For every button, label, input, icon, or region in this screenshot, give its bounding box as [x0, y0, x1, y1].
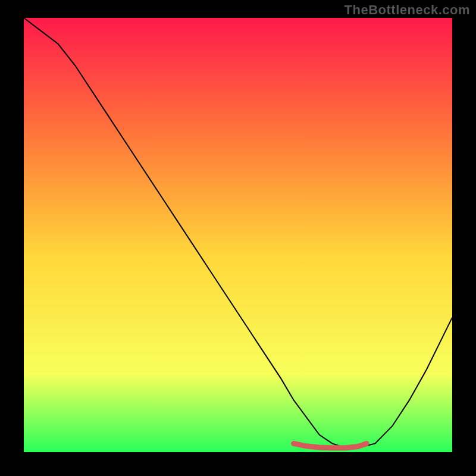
chart-frame: TheBottleneck.com: [0, 0, 476, 476]
plot-svg: [24, 18, 452, 452]
watermark-text: TheBottleneck.com: [345, 2, 470, 18]
gradient-background: [24, 18, 452, 452]
bottleneck-plot: [24, 18, 452, 452]
